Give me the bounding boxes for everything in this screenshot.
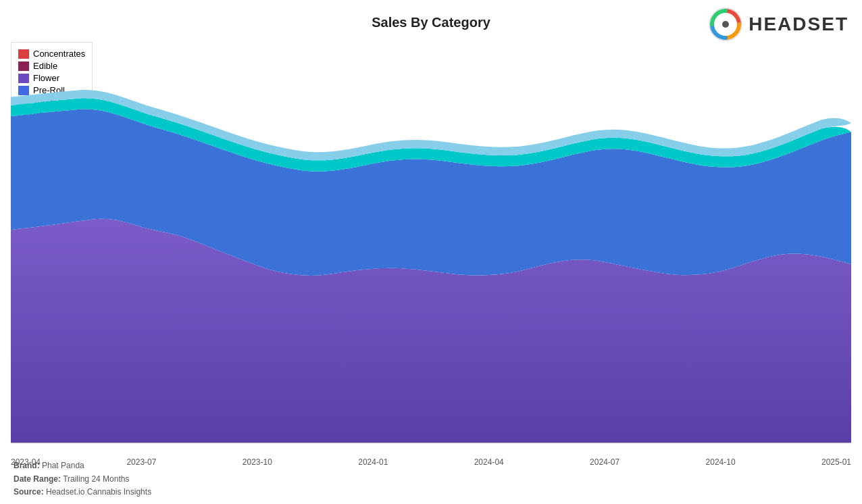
date-range-label: Date Range:: [14, 474, 61, 484]
footer-source: Source: Headset.io Cannabis Insights: [14, 486, 151, 499]
page-container: HEADSET Sales By Category Concentrates E…: [0, 0, 862, 504]
x-label-2: 2023-10: [243, 457, 272, 467]
footer-brand: Brand: Phat Panda: [14, 459, 151, 472]
source-label: Source:: [14, 487, 44, 497]
date-range-value: Trailing 24 Months: [63, 474, 129, 484]
x-label-7: 2025-01: [821, 457, 851, 467]
brand-value: Phat Panda: [42, 461, 84, 470]
x-label-6: 2024-10: [706, 457, 736, 467]
x-label-5: 2024-07: [590, 457, 619, 467]
brand-label: Brand:: [14, 461, 40, 470]
source-value: Headset.io Cannabis Insights: [46, 487, 151, 497]
footer-date-range: Date Range: Trailing 24 Months: [14, 473, 151, 486]
footer-info: Brand: Phat Panda Date Range: Trailing 2…: [14, 459, 151, 499]
chart-area: [11, 37, 851, 450]
x-label-4: 2024-04: [474, 457, 504, 467]
x-label-3: 2024-01: [358, 457, 388, 467]
chart-svg: [11, 37, 851, 450]
chart-title: Sales By Category: [0, 15, 862, 30]
